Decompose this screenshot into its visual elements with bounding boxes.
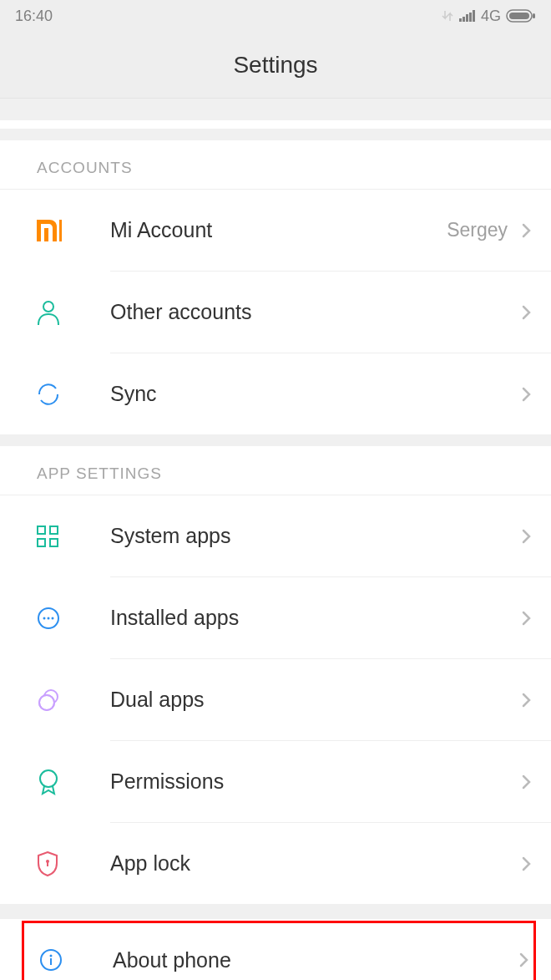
chevron-right-icon xyxy=(518,855,536,873)
data-icon xyxy=(441,9,454,23)
svg-rect-8 xyxy=(44,228,48,241)
section-header-accounts: ACCOUNTS xyxy=(0,140,551,190)
row-label: Sync xyxy=(110,382,518,406)
svg-rect-12 xyxy=(50,526,58,534)
svg-rect-13 xyxy=(38,539,45,546)
chevron-right-icon xyxy=(518,303,536,322)
info-icon xyxy=(39,948,63,972)
svg-rect-6 xyxy=(509,13,529,19)
row-permissions[interactable]: Permissions xyxy=(0,741,551,822)
row-sync[interactable]: Sync xyxy=(0,353,551,434)
signal-icon xyxy=(459,10,476,22)
person-icon xyxy=(37,300,60,325)
svg-rect-11 xyxy=(38,526,45,534)
row-label: About phone xyxy=(113,948,515,972)
section-accounts: ACCOUNTS Mi Account Sergey Other account… xyxy=(0,140,551,434)
svg-rect-3 xyxy=(469,13,472,22)
row-mi-account[interactable]: Mi Account Sergey xyxy=(0,190,551,271)
row-installed-apps[interactable]: Installed apps xyxy=(0,577,551,658)
status-indicators: 4G xyxy=(441,8,536,25)
chevron-right-icon xyxy=(518,527,536,546)
row-other-accounts[interactable]: Other accounts xyxy=(0,272,551,353)
svg-rect-9 xyxy=(59,220,62,241)
network-label: 4G xyxy=(481,8,501,25)
row-label: System apps xyxy=(110,524,518,548)
dual-circles-icon xyxy=(37,688,62,712)
sync-icon xyxy=(37,383,60,406)
chevron-right-icon xyxy=(515,951,533,969)
battery-icon xyxy=(506,9,536,23)
row-label: Dual apps xyxy=(110,688,518,712)
grid-icon xyxy=(37,526,58,547)
chevron-right-icon xyxy=(518,773,536,791)
page-title: Settings xyxy=(233,52,317,79)
svg-rect-4 xyxy=(473,10,475,22)
svg-point-22 xyxy=(40,770,57,787)
section-app-settings: APP SETTINGS System apps Installed apps xyxy=(0,446,551,904)
svg-point-17 xyxy=(48,617,50,619)
svg-rect-27 xyxy=(50,958,52,965)
chevron-right-icon xyxy=(518,691,536,709)
section-header-app-settings: APP SETTINGS xyxy=(0,446,551,495)
chevron-right-icon xyxy=(518,385,536,404)
row-about-phone[interactable]: About phone xyxy=(24,923,533,980)
page-header: Settings xyxy=(0,32,551,99)
dots-circle-icon xyxy=(37,607,60,630)
row-label: Mi Account xyxy=(110,218,447,242)
row-system-apps[interactable]: System apps xyxy=(0,495,551,576)
status-time: 16:40 xyxy=(15,8,53,25)
row-app-lock[interactable]: App lock xyxy=(0,823,551,904)
row-value: Sergey xyxy=(447,219,508,241)
highlight-annotation: About phone xyxy=(22,921,536,980)
shield-lock-icon xyxy=(37,851,58,876)
status-bar: 16:40 4G xyxy=(0,0,551,32)
mi-logo-icon xyxy=(37,220,62,241)
section-about: About phone xyxy=(0,919,551,980)
svg-rect-2 xyxy=(466,14,468,22)
chevron-right-icon xyxy=(518,609,536,627)
svg-rect-1 xyxy=(463,17,465,22)
chevron-right-icon xyxy=(518,221,536,240)
svg-rect-24 xyxy=(47,862,48,866)
svg-point-26 xyxy=(50,955,53,957)
row-dual-apps[interactable]: Dual apps xyxy=(0,659,551,740)
row-label: Other accounts xyxy=(110,300,518,324)
row-label: Permissions xyxy=(110,769,518,794)
svg-rect-7 xyxy=(533,13,535,18)
svg-rect-0 xyxy=(459,18,462,22)
row-label: App lock xyxy=(110,851,518,876)
svg-rect-14 xyxy=(50,539,58,546)
badge-icon xyxy=(37,769,60,795)
row-label: Installed apps xyxy=(110,606,518,630)
svg-point-18 xyxy=(52,617,54,619)
svg-point-16 xyxy=(43,617,46,619)
svg-point-10 xyxy=(43,302,53,312)
